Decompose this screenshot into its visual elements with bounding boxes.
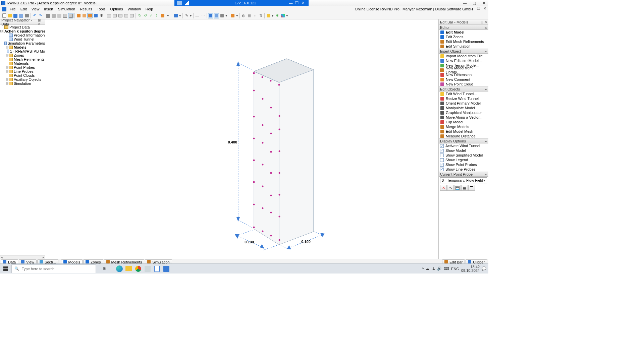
tray-cloud-icon[interactable]: ☁ bbox=[426, 266, 429, 271]
probe-list[interactable]: ☰ bbox=[468, 185, 475, 191]
tb-m1[interactable] bbox=[266, 13, 271, 18]
probe-pick[interactable]: ↖ bbox=[447, 185, 454, 191]
tb-grid2[interactable] bbox=[51, 13, 56, 18]
editbar-item[interactable]: New Comment bbox=[439, 77, 488, 82]
tb-r4[interactable]: ⤴ bbox=[154, 13, 159, 18]
editbar-item[interactable]: New Model from Library... bbox=[439, 68, 488, 72]
tb-r3[interactable]: ✓ bbox=[148, 13, 154, 18]
menu-edit[interactable]: Edit bbox=[18, 7, 29, 11]
tray-notifications-icon[interactable]: 💬 bbox=[482, 266, 486, 271]
tb-new[interactable] bbox=[1, 13, 7, 18]
tree-node[interactable]: ⊟Achen k epsilon degree bbox=[0, 29, 45, 33]
tb-l2[interactable]: ⋯ bbox=[200, 13, 206, 18]
tree-node[interactable]: ⊞Zones bbox=[0, 53, 45, 57]
tb-x3[interactable]: ↕ bbox=[252, 13, 258, 18]
tb-e1d[interactable]: ▾ bbox=[190, 13, 192, 18]
editbar-item[interactable]: Edit Simulation bbox=[439, 44, 488, 49]
tb-cube3[interactable] bbox=[87, 13, 93, 18]
mdi-minimize[interactable]: — bbox=[470, 6, 475, 11]
tb-x1[interactable]: ◐ bbox=[241, 13, 246, 18]
close-button[interactable]: ✕ bbox=[479, 0, 488, 6]
tray-lang[interactable]: ENG bbox=[451, 267, 459, 271]
tb-r6[interactable]: ▾ bbox=[165, 13, 171, 18]
tb-p1[interactable] bbox=[230, 13, 235, 18]
editbar-item[interactable]: Edit Model bbox=[439, 30, 488, 35]
mdi-restore[interactable]: ❐ bbox=[476, 6, 481, 11]
tb-grid5[interactable] bbox=[68, 13, 73, 18]
tb-v1[interactable] bbox=[106, 13, 112, 18]
editbar-item[interactable]: Merge Models bbox=[439, 124, 488, 129]
tb-chrome[interactable] bbox=[133, 264, 143, 274]
editbar-item[interactable]: Edit Zones bbox=[439, 35, 488, 39]
conn-restore[interactable]: ❐ bbox=[294, 1, 300, 5]
tb-r1[interactable]: ↻ bbox=[137, 13, 142, 18]
tb-s3[interactable] bbox=[219, 13, 225, 18]
tb-saveas[interactable] bbox=[18, 13, 24, 18]
editbar-item[interactable]: New Editable Model... bbox=[439, 58, 488, 63]
app-menu-icon[interactable] bbox=[2, 7, 6, 11]
tb-open[interactable] bbox=[7, 13, 12, 18]
tree-node[interactable]: ⊞Auxiliary Objects bbox=[0, 77, 45, 81]
tray-network-icon[interactable]: 🖧 bbox=[431, 267, 435, 271]
tb-grid4[interactable] bbox=[62, 13, 68, 18]
menu-tools[interactable]: Tools bbox=[95, 7, 108, 11]
tb-grid1[interactable] bbox=[45, 13, 51, 18]
tb-s2[interactable] bbox=[214, 13, 219, 18]
editbar-item[interactable]: Manipulate Model bbox=[439, 106, 488, 110]
editbar-item[interactable]: Graphical Manipulator bbox=[439, 110, 488, 115]
tree-node[interactable]: ⊟Models bbox=[0, 45, 45, 49]
rdp-connection-bar[interactable]: 172.16.0.122 — ❐ ✕ bbox=[174, 0, 309, 6]
tree-node[interactable]: 1 - RFEM/RSTAB Mo bbox=[0, 49, 45, 53]
editbar-check[interactable]: Show Simplified Model bbox=[439, 153, 488, 158]
tray-keyboard-icon[interactable]: ⌨ bbox=[444, 266, 449, 271]
start-button[interactable] bbox=[0, 264, 11, 274]
tb-cube4[interactable] bbox=[93, 13, 98, 18]
tree-node[interactable]: ⊞Point Probes bbox=[0, 65, 45, 69]
tb-redo[interactable]: ↷ bbox=[38, 13, 43, 18]
nav-tree[interactable]: Project Data⊟Achen k epsilon degreeProje… bbox=[0, 25, 45, 255]
tray-volume-icon[interactable]: 🔊 bbox=[437, 266, 442, 271]
editbar-check[interactable]: Show Legend bbox=[439, 158, 488, 162]
tb-v3[interactable] bbox=[118, 13, 123, 18]
tb-m2[interactable]: ✱ bbox=[274, 13, 280, 18]
conn-close[interactable]: ✕ bbox=[300, 1, 306, 5]
tb-app2[interactable] bbox=[152, 264, 162, 274]
tb-r5[interactable] bbox=[160, 13, 165, 18]
tb-e1[interactable]: ✎ bbox=[184, 13, 189, 18]
editbar-pin-icon[interactable]: ⊞ ✕ bbox=[481, 20, 487, 24]
model-canvas[interactable]: 0.400 0.100 0.100 bbox=[45, 19, 438, 253]
tb-app3[interactable] bbox=[162, 264, 171, 274]
editbar-item[interactable]: Move Along a Vector... bbox=[439, 115, 488, 120]
menu-insert[interactable]: Insert bbox=[42, 7, 56, 11]
editbar-item[interactable]: Orient Primary Model bbox=[439, 101, 488, 106]
tb-x2[interactable]: ▦ bbox=[247, 13, 252, 18]
minimize-button[interactable]: — bbox=[460, 0, 470, 6]
tb-save[interactable] bbox=[13, 13, 18, 18]
tb-p1d[interactable]: ▾ bbox=[236, 13, 238, 18]
tree-node[interactable]: Wind Tunnel bbox=[0, 37, 45, 41]
tb-s1[interactable] bbox=[208, 13, 213, 18]
tb-gear[interactable]: ✱ bbox=[99, 13, 104, 18]
tb-grid3[interactable] bbox=[57, 13, 62, 18]
tb-x4[interactable]: ⇅ bbox=[258, 13, 263, 18]
tree-node[interactable]: Simulation Parameters bbox=[0, 41, 45, 45]
tree-node[interactable]: Project Information bbox=[0, 33, 45, 37]
tb-r2[interactable]: ↺ bbox=[143, 13, 148, 18]
tree-node[interactable]: Materials bbox=[0, 61, 45, 65]
editbar-item[interactable]: Clip Model bbox=[439, 120, 488, 124]
tray-clock[interactable]: 13:42 09.10.2024 bbox=[461, 265, 480, 273]
tray-chevron-icon[interactable]: ^ bbox=[422, 267, 424, 271]
tree-node[interactable]: ⊞Simulation bbox=[0, 81, 45, 85]
menu-file[interactable]: File bbox=[7, 7, 18, 11]
mdi-close[interactable]: ✕ bbox=[482, 6, 487, 11]
tb-c1d[interactable]: ▾ bbox=[179, 13, 181, 18]
tree-node[interactable]: Mesh Refinements bbox=[0, 57, 45, 61]
menu-window[interactable]: Window bbox=[125, 7, 143, 11]
pin-icon[interactable] bbox=[177, 1, 182, 5]
editbar-item[interactable]: Resize Wind Tunnel bbox=[439, 96, 488, 101]
editbar-item[interactable]: Measure Distance bbox=[439, 134, 488, 138]
menu-view[interactable]: View bbox=[29, 7, 42, 11]
tb-v4[interactable] bbox=[123, 13, 129, 18]
task-view-icon[interactable]: ⊞ bbox=[99, 264, 109, 274]
tb-print[interactable] bbox=[24, 13, 30, 18]
